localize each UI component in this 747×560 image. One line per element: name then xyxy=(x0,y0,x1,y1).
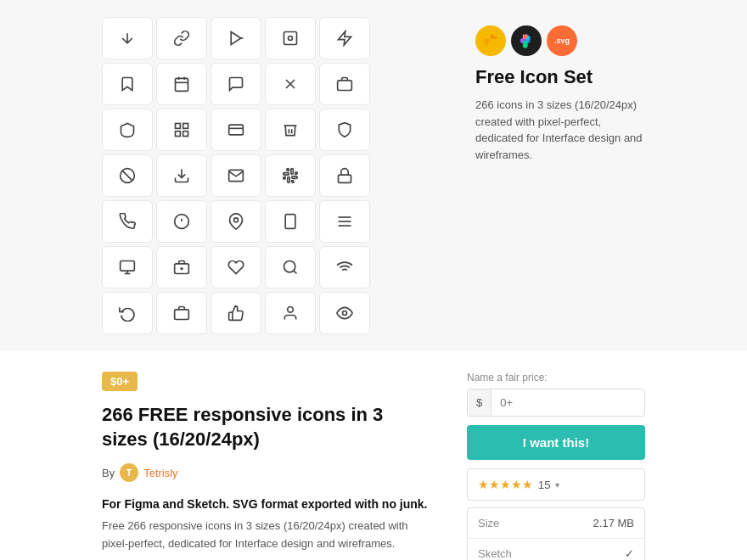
svg-rect-41 xyxy=(175,310,189,320)
svg-line-20 xyxy=(122,171,132,181)
icon-cell xyxy=(156,154,207,197)
price-badge: $0+ xyxy=(102,372,138,391)
icon-cell xyxy=(319,200,370,243)
icon-cell xyxy=(319,17,370,59)
svg-icon: .svg xyxy=(547,25,577,56)
brand-icons: .svg xyxy=(475,25,645,56)
icon-cell xyxy=(156,200,207,243)
svg-rect-16 xyxy=(183,132,188,137)
star-rating: ★★★★★ xyxy=(478,478,533,491)
icon-cell xyxy=(319,109,370,151)
icon-cell xyxy=(265,292,316,334)
info-label-sketch: Sketch xyxy=(478,547,512,560)
svg-marker-5 xyxy=(339,31,351,46)
free-icon-title: Free Icon Set xyxy=(475,66,645,88)
svg-marker-45 xyxy=(491,34,497,39)
icon-grid-container xyxy=(102,17,441,334)
icon-cell xyxy=(265,200,316,243)
svg-marker-1 xyxy=(231,32,241,45)
svg-rect-22 xyxy=(339,175,351,182)
svg-point-49 xyxy=(525,38,531,43)
check-icon-sketch: ✓ xyxy=(625,547,634,560)
for-apps-label: For Figma and Sketch. SVG format exporte… xyxy=(102,497,433,511)
icon-cell xyxy=(102,63,153,105)
purchase-panel: Name a fair price: $ I want this! ★★★★★ … xyxy=(467,372,645,560)
sketch-icon xyxy=(475,25,506,56)
svg-rect-27 xyxy=(285,215,295,229)
info-row-sketch: Sketch ✓ xyxy=(468,539,644,560)
icon-cell xyxy=(319,246,370,288)
product-details: $0+ 266 FREE responsive icons in 3 sizes… xyxy=(102,372,433,560)
icon-cell xyxy=(156,17,207,59)
icon-cell xyxy=(156,109,207,151)
icon-cell xyxy=(265,17,316,59)
icon-cell xyxy=(265,246,316,288)
icon-cell xyxy=(211,154,261,197)
info-table: Size 2.17 MB Sketch ✓ Figma ✓ Icons 266 … xyxy=(467,507,645,560)
icon-cell xyxy=(102,17,153,59)
icon-cell xyxy=(102,292,153,334)
icon-cell xyxy=(211,246,261,288)
chevron-down-icon: ▾ xyxy=(555,480,559,490)
icon-cell xyxy=(102,246,153,288)
svg-rect-15 xyxy=(176,132,181,137)
ratings-row[interactable]: ★★★★★ 15 ▾ xyxy=(467,468,645,501)
icon-cell xyxy=(156,292,207,334)
price-input-row: $ xyxy=(467,389,645,417)
info-label-size: Size xyxy=(478,517,499,529)
icon-cell xyxy=(102,154,153,197)
fair-price-label: Name a fair price: xyxy=(467,372,645,384)
currency-symbol: $ xyxy=(468,389,491,416)
svg-line-39 xyxy=(294,271,297,274)
rating-count: 15 xyxy=(538,479,550,491)
svg-rect-17 xyxy=(229,125,244,135)
icon-cell xyxy=(319,292,370,334)
svg-rect-3 xyxy=(284,32,297,45)
info-value-size: 2.17 MB xyxy=(593,517,634,529)
svg-rect-12 xyxy=(338,81,352,91)
by-label: By xyxy=(102,467,115,479)
icon-cell xyxy=(211,63,261,105)
icon-cell xyxy=(211,17,261,59)
svg-point-43 xyxy=(343,311,347,316)
want-button[interactable]: I want this! xyxy=(467,425,645,460)
top-section: .svg Free Icon Set 266 icons in 3 sizes … xyxy=(0,0,747,351)
icon-cell xyxy=(211,200,261,243)
info-row-size: Size 2.17 MB xyxy=(468,508,644,539)
main-section: $0+ 266 FREE responsive icons in 3 sizes… xyxy=(0,351,747,560)
icon-cell xyxy=(265,154,316,197)
icon-cell xyxy=(319,154,370,197)
figma-icon xyxy=(511,25,542,56)
svg-rect-32 xyxy=(121,261,135,272)
svg-rect-6 xyxy=(176,78,188,91)
icon-grid xyxy=(102,17,441,334)
svg-point-42 xyxy=(288,307,294,313)
by-author: By T Tetrisly xyxy=(102,463,433,482)
svg-rect-14 xyxy=(183,124,188,129)
icon-cell xyxy=(102,109,153,151)
svg-point-4 xyxy=(289,36,293,41)
svg-point-38 xyxy=(284,261,295,272)
free-icon-desc: 266 icons in 3 sizes (16/20/24px) create… xyxy=(475,97,645,163)
icon-cell xyxy=(265,63,316,105)
icon-cell xyxy=(211,292,261,334)
author-avatar: T xyxy=(120,463,138,482)
svg-point-26 xyxy=(234,218,239,222)
icon-cell xyxy=(102,200,153,243)
product-title: 266 FREE responsive icons in 3 sizes (16… xyxy=(102,403,433,451)
icon-cell xyxy=(265,109,316,151)
page-wrapper: .svg Free Icon Set 266 icons in 3 sizes … xyxy=(0,0,747,560)
author-name[interactable]: Tetrisly xyxy=(143,467,177,479)
svg-rect-13 xyxy=(176,124,181,129)
icon-cell xyxy=(319,63,370,105)
icon-cell xyxy=(156,246,207,288)
product-info-side: .svg Free Icon Set 266 icons in 3 sizes … xyxy=(475,17,645,163)
product-description: Free 266 responsive icons in 3 sizes (16… xyxy=(102,518,433,553)
icon-cell xyxy=(211,109,261,151)
price-input[interactable] xyxy=(491,389,645,416)
icon-cell xyxy=(156,63,207,105)
